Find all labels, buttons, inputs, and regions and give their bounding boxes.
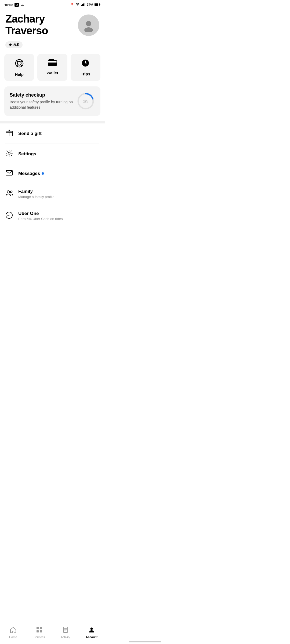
rating-value: 5.0 <box>13 42 19 47</box>
family-icon <box>5 190 13 197</box>
svg-rect-2 <box>83 3 84 6</box>
svg-rect-3 <box>84 3 85 6</box>
profile-header: Zachary Traverso <box>0 9 105 39</box>
time-display: 10:03 <box>4 3 13 7</box>
gear-icon <box>5 150 13 158</box>
svg-rect-1 <box>82 4 83 6</box>
svg-rect-15 <box>48 61 57 63</box>
rating-badge: ★ 5.0 <box>5 41 23 48</box>
svg-point-25 <box>8 152 10 154</box>
help-card[interactable]: Help <box>4 54 34 81</box>
family-text: Family Manage a family profile <box>18 189 99 199</box>
wallet-icon <box>48 59 57 68</box>
section-divider <box>0 121 105 123</box>
battery-icon <box>95 3 100 7</box>
menu-item-uber-one[interactable]: Uber One Earn 6% Uber Cash on rides <box>5 205 99 227</box>
wifi-icon <box>75 3 80 7</box>
settings-text: Settings <box>18 151 99 157</box>
wallet-label: Wallet <box>46 71 58 75</box>
settings-label: Settings <box>18 151 99 157</box>
profile-name-area: Zachary Traverso <box>5 13 48 36</box>
svg-rect-17 <box>49 59 54 61</box>
trips-card[interactable]: Trips <box>71 54 100 81</box>
svg-rect-0 <box>81 5 82 6</box>
messages-text: Messages <box>18 171 99 176</box>
family-sublabel: Manage a family profile <box>18 195 99 199</box>
profile-name: Zachary Traverso <box>5 13 48 36</box>
safety-checkup-card[interactable]: Safety checkup Boost your safety profile… <box>4 86 100 116</box>
family-label: Family <box>18 189 99 194</box>
uber-one-icon <box>5 212 13 220</box>
svg-point-30 <box>8 215 8 216</box>
gift-icon <box>5 129 13 138</box>
menu-item-send-gift[interactable]: Send a gift <box>5 123 99 144</box>
help-label: Help <box>15 72 24 77</box>
svg-point-28 <box>10 191 12 193</box>
trips-icon <box>81 59 89 69</box>
safety-desc: Boost your safety profile by turning on … <box>10 100 76 110</box>
envelope-icon <box>5 170 13 177</box>
uber-one-label: Uber One <box>18 211 99 216</box>
wallet-card[interactable]: Wallet <box>37 54 67 81</box>
svg-point-9 <box>17 61 21 65</box>
progress-current: 1 <box>83 99 85 103</box>
trips-label: Trips <box>81 72 90 76</box>
messages-notification-dot <box>42 172 44 175</box>
star-icon: ★ <box>9 43 12 47</box>
svg-point-7 <box>84 27 93 32</box>
uber-one-sublabel: Earn 6% Uber Cash on rides <box>18 217 99 221</box>
status-left: 10:03 U ☁ <box>4 3 24 7</box>
uber-badge: U <box>15 3 19 7</box>
cloud-icon: ☁ <box>20 3 24 7</box>
last-name: Traverso <box>5 25 48 36</box>
safety-title: Safety checkup <box>10 92 76 98</box>
uber-one-text: Uber One Earn 6% Uber Cash on rides <box>18 211 99 221</box>
status-right: 📍 78% <box>70 3 100 7</box>
menu-item-family[interactable]: Family Manage a family profile <box>5 183 99 205</box>
progress-ring: 1/5 <box>76 92 95 111</box>
menu-item-settings[interactable]: Settings <box>5 144 99 164</box>
signal-icon <box>81 3 85 7</box>
menu-item-messages[interactable]: Messages <box>5 164 99 183</box>
messages-label: Messages <box>18 171 99 176</box>
progress-total: 5 <box>86 99 88 103</box>
progress-label: 1/5 <box>83 99 88 104</box>
svg-rect-26 <box>6 170 12 175</box>
safety-text: Safety checkup Boost your safety profile… <box>10 92 76 110</box>
avatar[interactable] <box>78 14 99 36</box>
location-icon: 📍 <box>70 3 74 7</box>
svg-point-27 <box>7 191 10 193</box>
first-name: Zachary <box>5 13 45 25</box>
battery-percent: 78% <box>87 3 93 7</box>
status-bar: 10:03 U ☁ 📍 78% <box>0 0 105 9</box>
quick-actions: Help Wallet Trips <box>0 54 105 86</box>
svg-rect-5 <box>95 3 98 6</box>
send-gift-text: Send a gift <box>18 131 99 136</box>
send-gift-label: Send a gift <box>18 131 99 136</box>
menu-list: Send a gift Settings <box>0 123 105 227</box>
svg-point-6 <box>86 21 91 26</box>
help-icon <box>15 59 24 69</box>
